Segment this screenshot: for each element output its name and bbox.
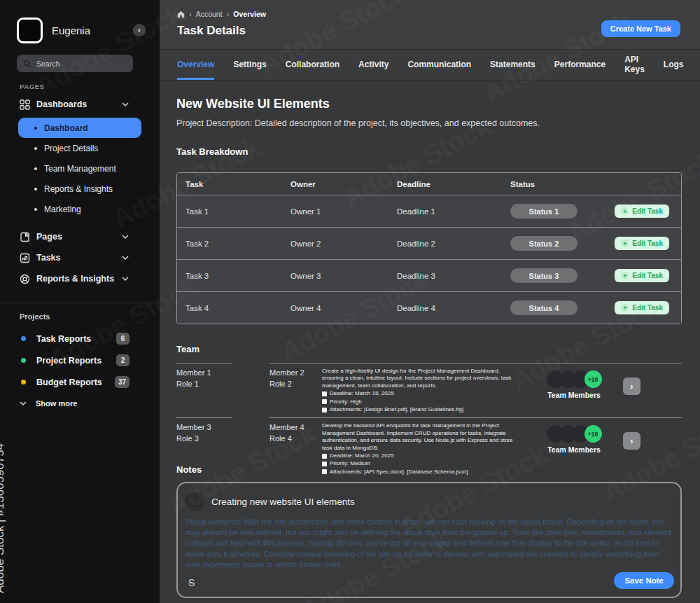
project-item-task-reports[interactable]: Task Reports 6 <box>0 328 160 349</box>
strikethrough-icon[interactable]: S <box>188 577 195 588</box>
status-button[interactable]: Status 2 <box>510 236 578 251</box>
breadcrumb-account[interactable]: Account <box>196 10 223 18</box>
chevron-right-button[interactable]: › <box>623 377 640 395</box>
tab-statements[interactable]: Statements <box>490 50 536 80</box>
avatar-overflow-badge[interactable]: +10 <box>584 425 602 443</box>
show-more-button[interactable]: Show more <box>0 394 160 413</box>
task-description-cell: Create a high-fidelity UI design for the… <box>322 368 525 413</box>
sidebar-item-dashboards[interactable]: Dashboards <box>0 94 160 115</box>
member-role: Role 3 <box>176 434 270 445</box>
tab-overview[interactable]: Overview <box>177 50 214 80</box>
avatar-stack: +10 <box>547 425 602 443</box>
project-title: New Website UI Elements <box>176 97 682 111</box>
team-members-cell: +10 Team Members <box>525 422 623 476</box>
sidebar-item-reports-insights-sub[interactable]: Reports & Insights <box>0 179 160 199</box>
checkbox-icon[interactable] <box>322 391 327 396</box>
sidebar-item-tasks[interactable]: Tasks <box>0 247 160 268</box>
project-item-budget-reports[interactable]: Budget Reports 37 <box>0 371 160 393</box>
sidebar-item-reports-insights[interactable]: Reports & Insights <box>0 268 160 289</box>
team-members-cell: +10 Team Members <box>525 368 623 413</box>
member-cell: Member 1 Role 1 <box>176 368 270 413</box>
member-role: Role 1 <box>176 379 270 390</box>
sidebar-item-pages[interactable]: Pages <box>0 226 160 247</box>
projects-section-label: Projects <box>20 312 50 321</box>
edit-task-button[interactable]: + Edit Task <box>615 269 669 282</box>
grid-icon <box>20 99 30 110</box>
search-input[interactable] <box>36 60 127 68</box>
chevron-down-icon <box>122 277 129 281</box>
member-name: Member 2 <box>270 368 322 379</box>
chevron-down-icon <box>20 401 27 406</box>
row-action-cell: › <box>623 368 682 413</box>
tab-logs[interactable]: Logs <box>664 50 684 80</box>
tab-api-keys[interactable]: API Keys <box>624 50 645 80</box>
plus-icon: + <box>621 240 629 247</box>
project-description: Project Description: Detailed descriptio… <box>176 118 682 128</box>
create-new-task-button[interactable]: Create New Task <box>601 20 680 37</box>
checkbox-icon[interactable] <box>322 408 327 413</box>
edit-task-button[interactable]: + Edit Task <box>615 301 669 314</box>
team-members-label: Team Members <box>547 391 601 399</box>
edit-task-button[interactable]: + Edit Task <box>615 205 669 218</box>
sidebar-item-marketing[interactable]: Marketing <box>0 199 160 219</box>
sidebar-item-project-details[interactable]: Project Details <box>0 138 160 158</box>
status-button[interactable]: Status 3 <box>510 268 578 283</box>
tab-communication[interactable]: Communication <box>407 50 471 80</box>
deadline-cell: Deadline 1 <box>397 207 510 216</box>
tab-activity[interactable]: Activity <box>358 50 388 80</box>
bullet-icon <box>34 147 37 150</box>
member-name: Member 3 <box>176 422 270 434</box>
logo <box>17 18 43 43</box>
status-button[interactable]: Status 1 <box>510 204 578 219</box>
checkbox-icon[interactable] <box>322 462 327 466</box>
tab-collaboration[interactable]: Collaboration <box>286 50 340 80</box>
search-bar[interactable] <box>17 55 133 72</box>
deadline-text: Deadline: March 15, 2025 <box>330 390 394 397</box>
team-heading: Team <box>176 344 682 354</box>
bullet-icon <box>34 208 37 211</box>
tab-settings[interactable]: Settings <box>233 50 266 80</box>
plus-icon: + <box>621 207 629 215</box>
edit-task-label: Edit Task <box>632 240 663 247</box>
table-header-row: Task Owner Deadline Status <box>177 173 681 195</box>
row-action-cell: › <box>623 422 682 476</box>
bullet-icon <box>34 188 37 190</box>
checkbox-icon[interactable] <box>322 469 327 474</box>
count-badge: 37 <box>115 376 130 388</box>
team-members-label: Team Members <box>547 445 601 454</box>
sidebar-item-team-management[interactable]: Team Management <box>0 158 160 179</box>
checkbox-icon[interactable] <box>322 454 327 459</box>
chevron-down-icon <box>122 256 129 260</box>
chevron-down-icon <box>122 235 129 239</box>
tab-performance[interactable]: Performance <box>554 50 606 80</box>
member-name: Member 1 <box>176 368 270 379</box>
team-row: Member 1 Role 1 Member 2 Role 2 Create a… <box>176 363 682 417</box>
deadline-cell: Deadline 4 <box>397 304 510 312</box>
task-cell: Task 4 <box>186 304 290 312</box>
member-cell: Member 3 Role 3 <box>176 422 270 476</box>
sidebar-item-label: Team Management <box>44 164 116 174</box>
priority-text: Priority: Medium <box>330 460 370 467</box>
priority-text: Priority: High <box>330 398 362 406</box>
status-button[interactable]: Status 4 <box>510 300 578 315</box>
home-icon[interactable] <box>177 11 185 18</box>
chevron-right-button[interactable]: › <box>623 432 640 450</box>
task-cell: Task 2 <box>186 240 290 248</box>
avatar-overflow-badge[interactable]: +10 <box>584 370 602 388</box>
checkbox-icon[interactable] <box>322 399 327 404</box>
breadcrumb: › Account › Overview <box>177 10 266 18</box>
logo-row: Eugenia ‹ <box>17 17 146 43</box>
project-item-label: Project Reports <box>36 356 102 366</box>
sidebar-item-dashboard-active[interactable]: Dashboard <box>18 118 141 138</box>
breadcrumb-overview[interactable]: Overview <box>233 10 266 18</box>
save-note-button[interactable]: Save Note <box>614 572 674 589</box>
task-description: Create a high-fidelity UI design for the… <box>322 368 518 389</box>
green-dot-icon <box>21 358 26 363</box>
lifering-icon <box>20 274 30 284</box>
attachments-text: Attachments: [Design Brief.pdf], [Brand … <box>330 406 463 413</box>
sidebar-collapse-button[interactable]: ‹ <box>133 24 146 36</box>
project-item-project-reports[interactable]: Project Reports 2 <box>0 349 160 371</box>
edit-task-button[interactable]: + Edit Task <box>615 237 669 250</box>
sidebar-item-label: Marketing <box>44 205 81 214</box>
pages-section-label: PAGES <box>20 83 45 90</box>
